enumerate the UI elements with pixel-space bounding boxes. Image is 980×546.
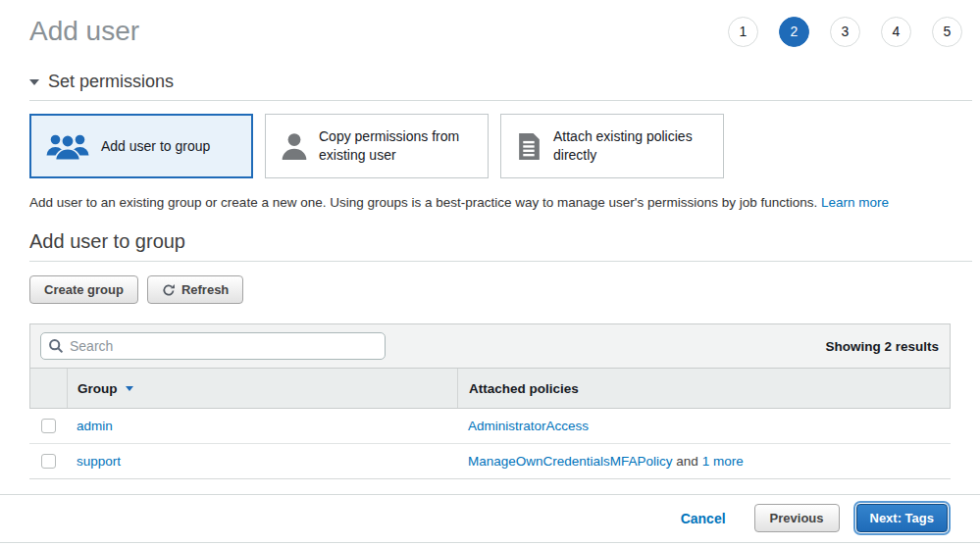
option-copy-permissions[interactable]: Copy permissions from existing user <box>265 114 489 178</box>
option-attach-policies[interactable]: Attach existing policies directly <box>500 114 724 178</box>
search-box <box>40 332 386 360</box>
group-link[interactable]: admin <box>77 419 113 433</box>
group-section-title: Add user to group <box>29 230 951 253</box>
permissions-description: Add user to an existing group or create … <box>29 195 951 210</box>
group-actions: Create group Refresh <box>29 275 951 304</box>
table-row: support ManageOwnCredentialsMFAPolicy an… <box>29 444 951 479</box>
option-label: Copy permissions from existing user <box>319 127 478 165</box>
column-header-attached-policies: Attached policies <box>458 369 950 408</box>
policy-link[interactable]: ManageOwnCredentialsMFAPolicy <box>468 454 673 469</box>
set-permissions-collapse-header[interactable]: Set permissions <box>29 72 951 92</box>
column-header-group[interactable]: Group <box>68 369 458 408</box>
step-3: 3 <box>830 17 860 47</box>
wizard-footer: Cancel Previous Next: Tags <box>0 494 980 543</box>
section-title: Set permissions <box>48 72 174 92</box>
search-icon <box>48 338 64 354</box>
policies-cell: AdministratorAccess <box>457 409 951 443</box>
caret-down-icon <box>29 79 39 85</box>
header-checkbox-cell <box>30 369 68 408</box>
next-tags-button[interactable]: Next: Tags <box>856 504 949 532</box>
page-header: Add user 1 2 3 4 5 <box>0 0 980 47</box>
step-1: 1 <box>728 17 758 47</box>
add-user-wizard: Add user 1 2 3 4 5 Set permissions <box>0 0 980 546</box>
page-title: Add user <box>29 16 139 47</box>
option-label: Add user to group <box>101 137 210 156</box>
divider <box>29 261 972 262</box>
permission-option-cards: Add user to group Copy permissions from … <box>29 114 951 178</box>
user-group-icon <box>46 131 89 161</box>
search-input[interactable] <box>40 332 386 360</box>
row-checkbox[interactable] <box>41 419 56 433</box>
learn-more-link[interactable]: Learn more <box>821 195 889 210</box>
group-link[interactable]: support <box>77 454 121 469</box>
refresh-icon <box>162 283 176 297</box>
row-checkbox[interactable] <box>41 454 56 469</box>
sort-desc-icon <box>126 386 133 391</box>
groups-table: Showing 2 results Group Attached policie… <box>29 323 951 479</box>
divider <box>29 100 972 101</box>
group-cell: support <box>67 444 457 478</box>
more-policies-link[interactable]: 1 more <box>702 454 744 469</box>
cancel-link[interactable]: Cancel <box>681 511 726 526</box>
policies-cell: ManageOwnCredentialsMFAPolicy and 1 more <box>457 444 951 478</box>
policy-document-icon <box>517 132 542 161</box>
wizard-step-indicator: 1 2 3 4 5 <box>728 17 962 47</box>
table-toolbar: Showing 2 results <box>29 323 951 368</box>
policy-link[interactable]: AdministratorAccess <box>468 419 589 433</box>
step-2-active: 2 <box>779 17 809 47</box>
option-label: Attach existing policies directly <box>553 127 713 165</box>
table-row: admin AdministratorAccess <box>29 409 951 444</box>
results-count: Showing 2 results <box>825 339 940 354</box>
create-group-button[interactable]: Create group <box>29 275 138 304</box>
refresh-button[interactable]: Refresh <box>147 275 243 304</box>
step-4: 4 <box>881 17 911 47</box>
user-icon <box>282 131 307 161</box>
step-5: 5 <box>932 17 962 47</box>
table-header-row: Group Attached policies <box>29 368 951 409</box>
previous-button[interactable]: Previous <box>754 504 840 532</box>
group-cell: admin <box>67 409 457 443</box>
option-add-user-to-group[interactable]: Add user to group <box>29 114 253 178</box>
